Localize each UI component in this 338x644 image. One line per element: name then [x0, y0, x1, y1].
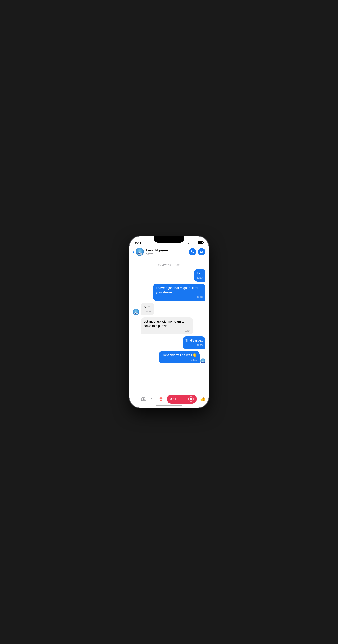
message-bubble-sent: That's great 12:15: [183, 336, 205, 349]
recording-pill: 00:12 ✕: [167, 394, 197, 404]
sender-avatar: [201, 358, 205, 363]
message-time: 12:13: [197, 276, 203, 280]
status-icons: [189, 241, 203, 244]
header-actions: [189, 248, 205, 256]
contact-info: Loud Nguyen Active: [146, 248, 189, 256]
svg-point-2: [143, 399, 144, 400]
message-row: Sure. 12:14: [133, 303, 205, 315]
message-text: I have a job that might suit for your de…: [156, 286, 199, 294]
message-bubble-sent: Hi 12:13: [194, 269, 205, 282]
svg-point-4: [151, 398, 152, 399]
message-text: Let meet up with my team to solve this p…: [144, 320, 185, 328]
message-bubble-sent: Hope this will be well 😊 12:15: [159, 351, 200, 364]
recording-timer: 00:12: [170, 397, 178, 401]
home-indicator: [156, 405, 182, 406]
message-time: 12:13: [156, 296, 203, 299]
svg-point-0: [195, 243, 195, 243]
date-separator: 25 MAY 2021 12:12: [133, 264, 205, 266]
message-text: Hope this will be well 😊: [162, 354, 197, 357]
contact-avatar: [136, 248, 144, 256]
message-time: 12:15: [186, 344, 203, 347]
video-call-button[interactable]: [198, 248, 205, 256]
contact-name: Loud Nguyen: [146, 248, 189, 252]
thumbs-up-button[interactable]: 👍: [199, 396, 206, 403]
battery-icon: [198, 241, 203, 244]
status-time: 9:41: [135, 241, 141, 244]
svg-rect-5: [160, 397, 162, 399]
message-bubble-received: Sure. 12:14: [141, 303, 154, 315]
contact-status: Active: [146, 252, 189, 256]
microphone-button[interactable]: [157, 396, 165, 403]
message-time: 12:14: [144, 329, 190, 332]
message-row: Hope this will be well 😊 12:15: [133, 351, 205, 364]
back-button[interactable]: ‹: [133, 249, 134, 254]
phone-call-button[interactable]: [189, 248, 196, 256]
message-row: Hi 12:13: [133, 269, 205, 282]
message-text: That's great: [186, 339, 203, 342]
message-text: Hi: [197, 272, 200, 275]
avatar-placeholder: [133, 328, 139, 334]
notch: [154, 236, 184, 242]
signal-bars-icon: [189, 241, 192, 244]
messages-area[interactable]: 25 MAY 2021 12:12 Hi 12:13 I have a job …: [129, 258, 209, 393]
message-bubble-sent: I have a job that might suit for your de…: [153, 284, 205, 301]
message-row: Let meet up with my team to solve this p…: [133, 317, 205, 334]
phone-frame: 9:41 ‹: [129, 236, 209, 408]
receiver-avatar: [133, 309, 139, 315]
message-time: 12:14: [144, 310, 151, 313]
gallery-button[interactable]: [149, 396, 155, 402]
cancel-recording-button[interactable]: ✕: [188, 396, 194, 402]
message-text: Sure.: [144, 305, 151, 308]
message-bubble-received: Let meet up with my team to solve this p…: [141, 317, 193, 334]
phone-screen: 9:41 ‹: [129, 236, 209, 408]
message-time: 12:15: [162, 358, 197, 361]
camera-button[interactable]: [140, 396, 147, 402]
more-options-button[interactable]: ···: [132, 396, 138, 402]
chat-header: ‹ Loud Nguyen Active: [129, 246, 209, 258]
message-row: That's great 12:15: [133, 336, 205, 349]
message-row: I have a job that might suit for your de…: [133, 284, 205, 301]
wifi-icon: [193, 241, 197, 244]
